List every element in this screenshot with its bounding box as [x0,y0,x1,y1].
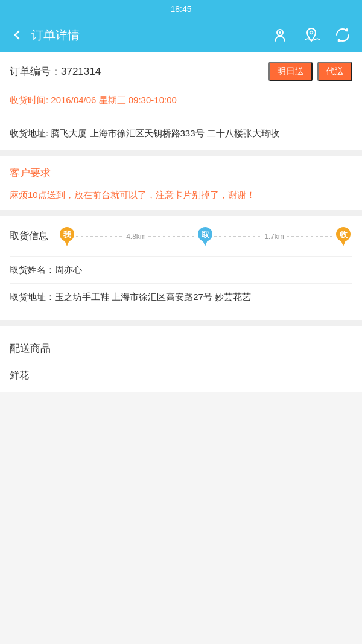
main-content: 订单编号：3721314 明日送 代送 收货时间: 2016/04/06 星期三… [0,52,362,392]
location-map-icon[interactable] [302,25,321,45]
svg-marker-7 [202,239,208,246]
tomorrow-delivery-badge[interactable]: 明日送 [268,62,313,81]
nav-bar: 订单详情 [0,18,362,52]
pickup-name-row: 取货姓名：周亦心 [10,256,352,283]
delivery-time-section: 收货时间: 2016/04/06 星期三 09:30-10:00 [0,89,362,116]
distance-1: 4.8km [124,232,148,241]
svg-point-2 [310,31,313,34]
dashed-line-3 [214,236,262,237]
dashed-line-2 [148,236,196,237]
nav-icons [270,25,352,45]
svg-marker-4 [64,239,70,246]
svg-text:我: 我 [63,230,72,239]
distance-2: 1.7km [262,232,287,241]
order-number: 订单编号：3721314 [10,65,101,78]
delivery-time: 收货时间: 2016/04/06 星期三 09:30-10:00 [10,95,177,105]
pickup-header: 取货信息 我 4.8km [10,226,352,247]
svg-marker-10 [340,239,346,246]
status-time: 18:45 [170,4,191,14]
section-divider-1 [0,150,362,156]
goods-section: 配送商品 鲜花 [0,332,362,392]
pickup-section: 取货信息 我 4.8km [0,216,362,320]
route-segment-2: 1.7km [214,232,334,241]
page-title: 订单详情 [31,27,270,43]
route-segment-1: 4.8km [76,232,196,241]
customer-req-text: 麻烦10点送到，放在前台就可以了，注意卡片别掉了，谢谢！ [10,187,352,203]
order-badges: 明日送 代送 [268,62,352,81]
proxy-delivery-badge[interactable]: 代送 [317,62,352,81]
back-button[interactable] [10,28,24,42]
delivery-pin: 收 [334,226,352,247]
svg-text:收: 收 [340,230,348,239]
pickup-pin: 取 [196,226,214,247]
me-pin: 我 [58,226,76,247]
address-section: 收货地址: 腾飞大厦 上海市徐汇区天钥桥路333号 二十八楼张大琦收 [0,116,362,150]
status-bar: 18:45 [0,0,362,18]
customer-req-title: 客户要求 [10,166,352,180]
dashed-line-1 [76,236,124,237]
refresh-icon[interactable] [333,25,352,45]
customer-req-section: 客户要求 麻烦10点送到，放在前台就可以了，注意卡片别掉了，谢谢！ [0,156,362,210]
route-visualization: 我 4.8km 取 [58,226,352,247]
goods-item-1: 鲜花 [10,363,352,382]
svg-point-1 [279,31,281,34]
pickup-address-row: 取货地址：玉之坊手工鞋 上海市徐汇区高安路27号 妙芸花艺 [10,283,352,310]
section-divider-2 [0,210,362,216]
goods-title: 配送商品 [10,342,352,355]
address-text: 收货地址: 腾飞大厦 上海市徐汇区天钥桥路333号 二十八楼张大琦收 [10,126,352,141]
pickup-label: 取货信息 [10,230,48,243]
svg-text:取: 取 [202,230,210,239]
order-header-section: 订单编号：3721314 明日送 代送 [0,52,362,89]
customer-service-icon[interactable] [270,25,290,45]
section-divider-3 [0,320,362,326]
dashed-line-4 [287,236,334,237]
